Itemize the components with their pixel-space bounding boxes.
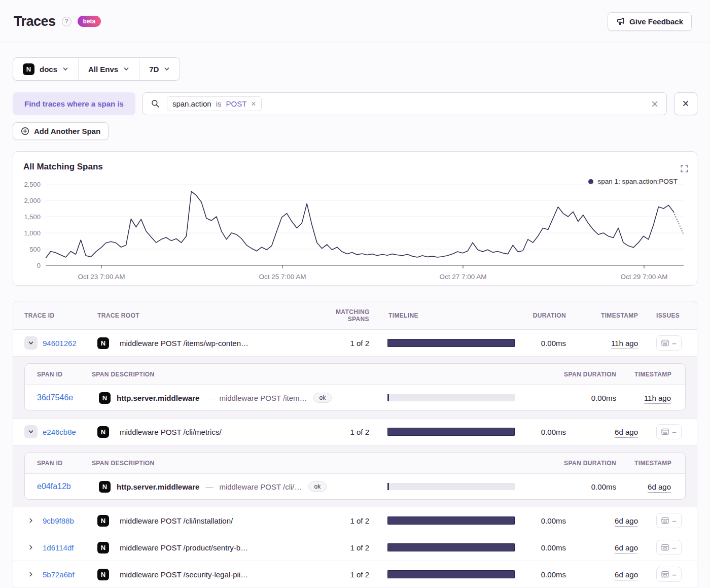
matching-spans-count: 1 of 2	[331, 339, 387, 348]
table-header: TRACE ID TRACE ROOT MATCHING SPANS TIMEL…	[13, 301, 697, 330]
give-feedback-label: Give Feedback	[629, 17, 683, 26]
traces-page: N docs All Envs 7D Find traces where a s…	[0, 43, 710, 588]
svg-text:Oct 29 7:00 AM: Oct 29 7:00 AM	[620, 273, 667, 281]
svg-text:Oct 23 7:00 AM: Oct 23 7:00 AM	[78, 273, 125, 281]
collapse-trace-button[interactable]	[24, 425, 38, 438]
close-icon: ×	[682, 97, 689, 110]
trace-timestamp: 6d ago	[615, 428, 638, 438]
col-matching-spans: MATCHING SPANS	[331, 308, 387, 323]
nextjs-platform-icon: N	[97, 515, 109, 527]
trace-row: 5b72a6bfNmiddleware POST /security-legal…	[13, 561, 697, 588]
trace-id-cell: 9cb9f88b	[13, 516, 85, 525]
token-remove-icon[interactable]: ×	[251, 100, 256, 108]
trace-duration: 0.00ms	[519, 543, 570, 552]
span-table-header: SPAN IDSPAN DESCRIPTIONSPAN DURATIONTIME…	[25, 453, 685, 474]
issues-button[interactable]: –	[656, 540, 682, 555]
span-col-1: SPAN DESCRIPTION	[87, 460, 387, 467]
expand-chart-button[interactable]	[681, 165, 688, 174]
span-table: SPAN IDSPAN DESCRIPTIONSPAN DURATIONTIME…	[24, 363, 686, 411]
period-filter-label: 7D	[149, 65, 159, 74]
period-filter[interactable]: 7D	[139, 58, 180, 80]
trace-id-link[interactable]: 94601262	[43, 339, 77, 348]
trace-id-cell: 94601262	[13, 336, 85, 350]
issues-cell: –	[642, 567, 697, 582]
plus-circle-icon	[21, 127, 29, 135]
trace-duration: 0.00ms	[519, 428, 570, 436]
span-duration: 0.00ms	[538, 482, 629, 491]
nextjs-platform-icon: N	[99, 481, 111, 493]
timeline-cell	[387, 339, 519, 347]
svg-text:0: 0	[37, 262, 41, 269]
issues-empty-dash: –	[672, 339, 676, 347]
issues-cell: –	[642, 335, 697, 351]
remove-span-filter-button[interactable]: ×	[674, 92, 697, 115]
collapse-trace-button[interactable]	[24, 336, 38, 350]
span-row: e04fa12bNhttp.server.middleware—middlewa…	[25, 474, 685, 499]
search-token[interactable]: span.action is POST ×	[167, 96, 262, 111]
span-timeline-cell	[387, 394, 538, 401]
add-another-span-label: Add Another Span	[34, 127, 100, 135]
col-timeline: TIMELINE	[387, 312, 519, 319]
span-sub-panel: SPAN IDSPAN DESCRIPTIONSPAN DURATIONTIME…	[13, 357, 697, 419]
trace-id-link[interactable]: 1d6114df	[43, 543, 74, 552]
token-key: span.action	[172, 99, 211, 108]
chevron-down-icon	[164, 66, 170, 72]
span-description-cell: Nhttp.server.middleware—middleware POST …	[87, 392, 387, 404]
trace-id-link[interactable]: 5b72a6bf	[43, 570, 75, 579]
matching-spans-count: 1 of 2	[331, 516, 387, 525]
trace-timestamp: 6d ago	[615, 570, 638, 580]
svg-text:Oct 27 7:00 AM: Oct 27 7:00 AM	[439, 273, 486, 281]
issues-cell: –	[642, 513, 697, 528]
svg-text:2,000: 2,000	[24, 197, 41, 204]
project-filter[interactable]: N docs	[13, 58, 78, 80]
span-col-4: TIMESTAMP	[629, 460, 685, 467]
col-timestamp: TIMESTAMP	[570, 312, 642, 319]
timestamp-cell: 6d ago	[570, 428, 642, 436]
span-id-link[interactable]: 36d7546e	[37, 393, 73, 402]
timeline-bar	[387, 339, 515, 347]
span-timeline-tick	[387, 394, 389, 401]
span-timeline-track	[387, 394, 515, 401]
trace-root-cell: Nmiddleware POST /items/wp-conten…	[85, 337, 331, 349]
span-timeline-cell	[387, 483, 538, 490]
expand-trace-button[interactable]	[24, 517, 38, 524]
expand-trace-button[interactable]	[24, 571, 38, 577]
span-id-link[interactable]: e04fa12b	[37, 482, 71, 491]
span-status-badge: ok	[308, 481, 327, 492]
help-icon[interactable]: ?	[62, 17, 72, 26]
trace-root: middleware POST /product/sentry-b…	[120, 543, 248, 552]
svg-text:2,500: 2,500	[24, 181, 41, 188]
clear-search-icon[interactable]: ×	[651, 98, 658, 110]
chevron-down-icon	[62, 66, 68, 72]
span-description-cell: Nhttp.server.middleware—middleware POST …	[87, 481, 387, 493]
timeline-cell	[387, 516, 519, 525]
expand-trace-button[interactable]	[24, 544, 38, 550]
give-feedback-button[interactable]: Give Feedback	[608, 12, 692, 31]
span-col-0: SPAN ID	[25, 460, 87, 467]
nextjs-platform-icon: N	[97, 542, 109, 554]
page-header: Traces ? beta Give Feedback	[0, 0, 710, 43]
trace-row: 94601262Nmiddleware POST /items/wp-conte…	[13, 330, 697, 357]
trace-timestamp: 11h ago	[611, 339, 638, 349]
issues-button[interactable]: –	[656, 335, 682, 351]
chevron-right-icon	[28, 571, 34, 577]
trace-id-link[interactable]: e246cb8e	[43, 428, 76, 436]
issues-button[interactable]: –	[656, 567, 682, 582]
nextjs-project-icon: N	[23, 63, 34, 75]
issues-button[interactable]: –	[656, 424, 682, 439]
span-row: 36d7546eNhttp.server.middleware—middlewa…	[25, 385, 685, 410]
col-trace-root: TRACE ROOT	[85, 312, 331, 319]
span-timestamp: 6d ago	[648, 482, 671, 493]
description-separator: —	[205, 394, 213, 402]
add-another-span-button[interactable]: Add Another Span	[13, 122, 109, 140]
page-title: Traces	[14, 14, 56, 29]
span-id-cell: e04fa12b	[25, 482, 87, 491]
span-timeline-track	[387, 483, 515, 490]
environment-filter[interactable]: All Envs	[78, 58, 139, 80]
span-operation: http.server.middleware	[117, 482, 199, 491]
issues-button[interactable]: –	[656, 513, 682, 528]
trace-id-link[interactable]: 9cb9f88b	[43, 516, 74, 525]
span-status-badge: ok	[313, 393, 332, 403]
trace-search-input[interactable]: span.action is POST × ×	[143, 92, 667, 115]
issues-icon	[661, 339, 669, 347]
